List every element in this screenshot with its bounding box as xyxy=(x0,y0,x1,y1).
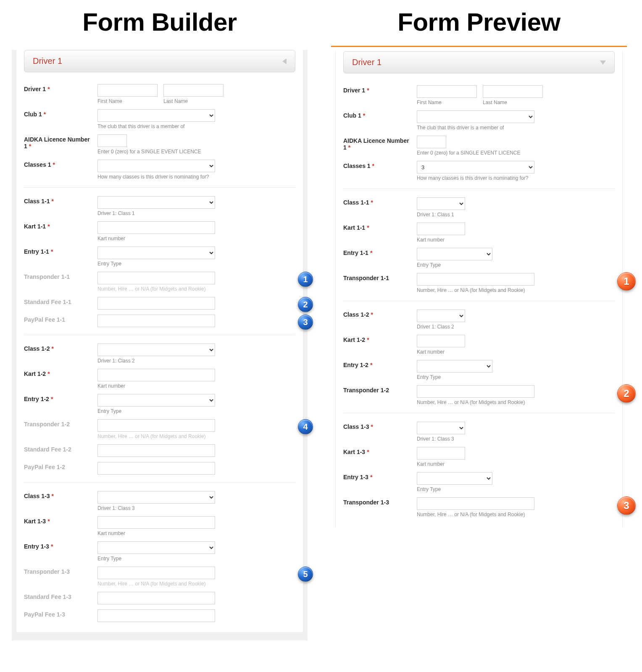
rule xyxy=(24,335,295,335)
class-select-p-1-2[interactable] xyxy=(417,310,465,322)
licence-input[interactable] xyxy=(97,134,127,147)
field-row: Transponder 1-3 3 Number, Hire … or N/A … xyxy=(343,495,615,520)
accordion-title-preview: Driver 1 xyxy=(352,58,382,67)
club-select[interactable] xyxy=(97,109,215,122)
field-label: Class 1-2 xyxy=(343,311,369,318)
help-kart-p-1-3: Kart number xyxy=(417,461,615,467)
field-row: Standard Fee 1-1 2 xyxy=(24,294,295,312)
sublabel-first-p: First Name xyxy=(417,100,477,105)
help-transponder-p-1-2: Number, Hire … or N/A (for Midgets and R… xyxy=(417,399,615,405)
transponder-input-p-1-2[interactable] xyxy=(417,385,534,398)
field-row: Entry 1-2* Entry Type xyxy=(24,391,295,417)
entry-select-1-1[interactable] xyxy=(97,247,215,259)
entry-select-1-2[interactable] xyxy=(97,394,215,407)
first-name-input-p[interactable] xyxy=(417,85,477,98)
transponder-input-p-1-3[interactable] xyxy=(417,497,534,510)
field-row: Class 1-1* Driver 1: Class 1 xyxy=(24,194,295,219)
class-select-1-1[interactable] xyxy=(97,196,215,209)
licence-input-p[interactable] xyxy=(417,136,446,148)
class-select-1-2[interactable] xyxy=(97,344,215,356)
field-row: Transponder 1-1 1 Number, Hire … or N/A … xyxy=(343,270,615,296)
field-label: Entry 1-2 xyxy=(343,362,368,368)
field-row: Kart 1-1* Kart number xyxy=(343,220,615,245)
ppfee-input-1-2[interactable] xyxy=(97,462,215,475)
field-driver-name-preview: Driver 1* First Name xyxy=(343,83,615,108)
accordion-title: Driver 1 xyxy=(33,56,62,66)
kart-input-p-1-1[interactable] xyxy=(417,223,465,235)
stdfee-input-1-1[interactable] xyxy=(97,297,215,310)
field-row: Kart 1-3* Kart number xyxy=(343,444,615,470)
club-select-p[interactable] xyxy=(417,110,534,123)
rule xyxy=(24,482,295,483)
transponder-input-1-2[interactable] xyxy=(97,419,215,432)
last-name-input-p[interactable] xyxy=(483,85,543,98)
field-row: Kart 1-2* Kart number xyxy=(24,366,295,391)
field-label: Transponder 1-3 xyxy=(24,568,70,575)
accordion-header-preview[interactable]: Driver 1 xyxy=(343,51,615,74)
class-select-1-3[interactable] xyxy=(97,491,215,504)
help-class-p-1-3: Driver 1: Class 3 xyxy=(417,436,615,442)
rule xyxy=(343,189,615,189)
first-name-input[interactable] xyxy=(97,84,158,97)
help-classes: How many classes is this driver is nomin… xyxy=(97,174,295,180)
transponder-input-1-3[interactable] xyxy=(97,567,215,579)
field-label: PayPal Fee 1-2 xyxy=(24,464,65,470)
transponder-input-p-1-1[interactable] xyxy=(417,273,534,286)
field-label: Transponder 1-3 xyxy=(343,499,389,506)
field-label: Kart 1-3 xyxy=(24,518,46,525)
field-row: Entry 1-1* Entry Type xyxy=(343,245,615,270)
help-transponder-1-3: Number, Hire … or N/A (for Midgets and R… xyxy=(97,581,295,587)
sublabel-last: Last Name xyxy=(163,98,224,104)
field-label: Transponder 1-1 xyxy=(24,273,70,280)
help-class-p-1-1: Driver 1: Class 1 xyxy=(417,212,615,218)
class-select-p-1-1[interactable] xyxy=(417,197,465,210)
help-entry-1-1: Entry Type xyxy=(97,261,295,267)
stdfee-input-1-3[interactable] xyxy=(97,592,215,604)
field-row: Transponder 1-2 4 Number, Hire … or N/A … xyxy=(24,417,295,442)
transponder-input-1-1[interactable] xyxy=(97,272,215,284)
accordion-header[interactable]: Driver 1 xyxy=(24,50,295,72)
field-row: Class 1-2* Driver 1: Class 2 xyxy=(24,341,295,366)
ppfee-input-1-1[interactable] xyxy=(97,315,215,327)
field-row: Kart 1-1* Kart number xyxy=(24,219,295,244)
form-preview-panel: Driver 1 Driver 1* First Name xyxy=(331,46,627,536)
annotation-bubble-2: 2 xyxy=(298,297,313,312)
field-row: PayPal Fee 1-2 xyxy=(24,459,295,477)
kart-input-1-2[interactable] xyxy=(97,369,215,381)
label-classes: Classes 1 xyxy=(24,161,51,168)
entry-select-p-1-2[interactable] xyxy=(417,360,492,373)
classes-select[interactable] xyxy=(97,160,215,172)
kart-input-p-1-2[interactable] xyxy=(417,335,465,347)
label-club: Club 1 xyxy=(24,111,42,118)
field-label: Entry 1-1 xyxy=(24,248,49,255)
builder-title: Form Builder xyxy=(0,8,319,37)
last-name-input[interactable] xyxy=(163,84,224,97)
field-label: Entry 1-3 xyxy=(24,543,49,550)
annotation-bubble-4: 4 xyxy=(298,419,313,434)
field-row: Class 1-3* Driver 1: Class 3 xyxy=(343,419,615,444)
field-club-preview: Club 1* The club that this driver is a m… xyxy=(343,108,615,133)
field-label: Standard Fee 1-1 xyxy=(24,299,71,305)
label-driver-p: Driver 1 xyxy=(343,87,365,94)
ppfee-input-1-3[interactable] xyxy=(97,609,215,622)
entry-select-p-1-1[interactable] xyxy=(417,248,492,260)
annotation-bubble-red-3: 3 xyxy=(617,496,636,515)
field-label: Class 1-2 xyxy=(24,345,50,352)
kart-input-1-1[interactable] xyxy=(97,221,215,234)
label-driver: Driver 1 xyxy=(24,86,46,92)
class-select-p-1-3[interactable] xyxy=(417,422,465,434)
field-row: Standard Fee 1-2 xyxy=(24,442,295,459)
kart-input-1-3[interactable] xyxy=(97,516,215,529)
field-label: Kart 1-1 xyxy=(343,224,365,231)
field-licence-preview: AIDKA Licence Number 1* Enter 0 (zero) f… xyxy=(343,133,615,158)
help-licence-p: Enter 0 (zero) for a SINGLE EVENT LICENC… xyxy=(417,150,615,156)
kart-input-p-1-3[interactable] xyxy=(417,447,465,459)
field-label: Class 1-1 xyxy=(24,198,50,205)
classes-select-p[interactable]: 3 xyxy=(417,161,534,173)
stdfee-input-1-2[interactable] xyxy=(97,444,215,457)
preview-title: Form Preview xyxy=(319,8,639,37)
entry-select-p-1-3[interactable] xyxy=(417,472,492,485)
help-transponder-p-1-3: Number, Hire … or N/A (for Midgets and R… xyxy=(417,512,615,517)
help-kart-1-3: Kart number xyxy=(97,530,295,536)
entry-select-1-3[interactable] xyxy=(97,541,215,554)
